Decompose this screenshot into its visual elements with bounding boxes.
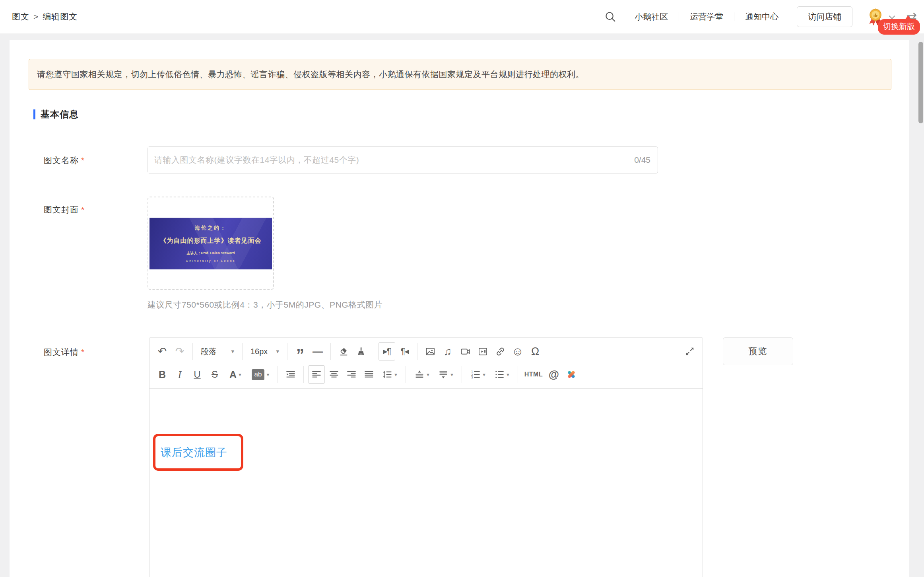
cover-upload-box[interactable]: 海伦之约： 《为自由的形而上学》读者见面会 主讲人：Prof. Helen St… <box>148 197 274 290</box>
toolbar-separator <box>406 366 406 383</box>
first-line-indent-button[interactable]: ▸¶ <box>379 342 395 361</box>
horizontal-rule-button[interactable]: — <box>309 342 326 361</box>
nav-academy[interactable]: 运营学堂 <box>690 11 723 22</box>
content-link[interactable]: 课后交流圈子 <box>161 445 227 460</box>
toolbar-row-1: ↶ ↷ 段落 ▾ 16px ▾ ” — <box>153 340 699 363</box>
page: 图文 > 编辑图文 小鹅社区 运营学堂 通知中心 访问店铺 <box>0 0 924 577</box>
italic-button[interactable]: I <box>171 365 188 384</box>
unordered-list-button[interactable]: ▾ <box>490 365 513 384</box>
caret-down-icon: ▾ <box>266 371 269 378</box>
music-note-icon: ♫ <box>444 346 452 357</box>
format-painter-button[interactable] <box>353 342 369 361</box>
nav-community[interactable]: 小鹅社区 <box>635 11 668 22</box>
insert-media-button[interactable] <box>474 342 491 361</box>
editor-content-area[interactable]: 课后交流圈子 <box>149 389 703 577</box>
ordered-list-icon: 1 2 3 <box>470 369 481 380</box>
font-color-button[interactable]: A ▾ <box>224 365 247 384</box>
poster-subtitle: 《为自由的形而上学》读者见面会 <box>160 237 262 245</box>
nav-notification-center[interactable]: 通知中心 <box>745 11 778 22</box>
underline-button[interactable]: U <box>189 365 206 384</box>
underline-icon: U <box>194 370 200 379</box>
insert-image-button[interactable] <box>422 342 439 361</box>
section-header: 基本信息 <box>33 108 79 121</box>
align-left-icon <box>311 369 322 380</box>
remove-indent-icon: ¶◂ <box>401 347 408 356</box>
image-icon <box>425 346 436 357</box>
cover-hint: 建议尺寸750*560或比例4：3，小于5M的JPG、PNG格式图片 <box>148 299 382 310</box>
special-char-button[interactable]: Ω <box>527 342 544 361</box>
caret-down-icon: ▾ <box>507 371 509 378</box>
redo-button[interactable]: ↷ <box>171 342 188 361</box>
align-center-button[interactable] <box>326 365 342 384</box>
svg-text:3: 3 <box>471 376 473 379</box>
strikethrough-button[interactable]: S <box>206 365 223 384</box>
caret-down-icon: ▾ <box>394 371 397 378</box>
toolbar-separator <box>287 343 287 360</box>
space-after-paragraph-button[interactable]: ▾ <box>434 365 457 384</box>
visit-store-button[interactable]: 访问店铺 <box>797 6 852 27</box>
plugin-button[interactable] <box>563 365 580 384</box>
insert-link-button[interactable] <box>492 342 509 361</box>
search-replace-button[interactable]: @ <box>545 365 562 384</box>
caret-down-icon: ▾ <box>239 371 241 378</box>
article-name-field: 0/45 <box>148 146 658 173</box>
video-camera-icon <box>460 346 471 357</box>
chevron-down-icon[interactable] <box>889 13 895 19</box>
scrollbar-track[interactable] <box>918 33 924 577</box>
html-source-button[interactable]: HTML <box>522 365 545 384</box>
undo-button[interactable]: ↶ <box>154 342 171 361</box>
toolbar-separator <box>303 366 304 383</box>
fullscreen-button[interactable] <box>681 342 698 361</box>
bold-icon: B <box>159 370 166 380</box>
font-size-value: 16px <box>250 347 268 356</box>
search-icon <box>604 11 616 23</box>
blockquote-button[interactable]: ” <box>292 342 309 361</box>
breadcrumb-current: 编辑图文 <box>43 11 78 22</box>
align-justify-button[interactable] <box>361 365 377 384</box>
editor-toolbar: ↶ ↷ 段落 ▾ 16px ▾ ” — <box>149 338 703 389</box>
indent-button[interactable] <box>282 365 299 384</box>
caret-down-icon: ▾ <box>427 371 429 378</box>
redo-icon: ↷ <box>175 346 184 357</box>
header-actions: 小鹅社区 运营学堂 通知中心 访问店铺 ⇄ <box>604 6 917 27</box>
required-asterisk: * <box>81 205 85 214</box>
toolbar-separator <box>417 343 417 360</box>
align-right-button[interactable] <box>343 365 360 384</box>
insert-audio-button[interactable]: ♫ <box>439 342 456 361</box>
insert-video-button[interactable] <box>457 342 474 361</box>
caret-down-icon: ▾ <box>450 371 453 378</box>
ordered-list-button[interactable]: 1 2 3 ▾ <box>466 365 489 384</box>
align-justify-icon <box>364 369 374 380</box>
poster-speaker: 主讲人：Prof. Helen Steward <box>186 251 235 256</box>
highlight-color-icon: ab <box>252 369 265 380</box>
at-search-icon: @ <box>549 368 559 381</box>
link-icon <box>495 346 506 357</box>
switch-version-badge[interactable]: 切换新版 <box>878 19 920 35</box>
align-right-icon <box>346 369 357 380</box>
insert-emoji-button[interactable]: ☺ <box>509 342 526 361</box>
space-before-paragraph-button[interactable]: ▾ <box>410 365 433 384</box>
paragraph-style-select[interactable]: 段落 ▾ <box>197 342 238 361</box>
clear-format-button[interactable] <box>335 342 352 361</box>
toolbar-separator <box>374 343 374 360</box>
media-play-box-icon <box>478 346 488 357</box>
font-size-select[interactable]: 16px ▾ <box>247 342 283 361</box>
breadcrumb-parent[interactable]: 图文 <box>12 11 29 22</box>
bold-button[interactable]: B <box>154 365 171 384</box>
preview-button[interactable]: 预览 <box>723 337 793 365</box>
search-button[interactable] <box>604 10 617 23</box>
required-asterisk: * <box>81 347 85 357</box>
font-color-icon: A <box>229 370 237 380</box>
highlight-color-button[interactable]: ab ▾ <box>248 365 273 384</box>
required-asterisk: * <box>81 156 85 165</box>
article-name-input[interactable] <box>154 155 629 165</box>
poster-affiliation: University of Leeds <box>186 259 235 263</box>
align-left-button[interactable] <box>308 365 325 384</box>
line-height-button[interactable]: ▾ <box>378 365 401 384</box>
eraser-icon <box>338 346 349 357</box>
scrollbar-thumb[interactable] <box>918 42 923 123</box>
red-annotation-box: 课后交流圈子 <box>153 434 243 471</box>
remove-indent-button[interactable]: ¶◂ <box>396 342 413 361</box>
toolbar-separator <box>242 343 243 360</box>
first-line-indent-icon: ▸¶ <box>383 347 391 356</box>
